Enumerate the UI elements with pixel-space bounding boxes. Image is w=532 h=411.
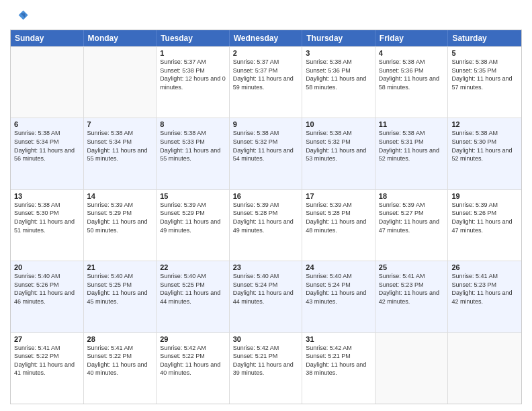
- day-cell-11: 11Sunrise: 5:38 AM Sunset: 5:31 PM Dayli…: [375, 118, 449, 189]
- day-number: 27: [14, 335, 80, 343]
- header-day-saturday: Saturday: [448, 30, 521, 46]
- cell-detail: Sunrise: 5:38 AM Sunset: 5:32 PM Dayligh…: [306, 129, 371, 163]
- cell-detail: Sunrise: 5:39 AM Sunset: 5:29 PM Dayligh…: [87, 201, 153, 234]
- day-cell-14: 14Sunrise: 5:39 AM Sunset: 5:29 PM Dayli…: [84, 190, 157, 261]
- day-number: 23: [233, 263, 299, 271]
- day-cell-27: 27Sunrise: 5:41 AM Sunset: 5:22 PM Dayli…: [11, 333, 84, 404]
- day-number: 14: [87, 192, 153, 200]
- day-number: 18: [379, 192, 445, 200]
- cell-detail: Sunrise: 5:42 AM Sunset: 5:21 PM Dayligh…: [306, 344, 371, 377]
- day-cell-29: 29Sunrise: 5:42 AM Sunset: 5:22 PM Dayli…: [157, 333, 230, 404]
- empty-cell: [84, 47, 157, 118]
- cell-detail: Sunrise: 5:40 AM Sunset: 5:24 PM Dayligh…: [233, 272, 299, 306]
- day-cell-21: 21Sunrise: 5:40 AM Sunset: 5:25 PM Dayli…: [84, 261, 157, 332]
- cell-detail: Sunrise: 5:37 AM Sunset: 5:37 PM Dayligh…: [233, 58, 299, 91]
- calendar-header: SundayMondayTuesdayWednesdayThursdayFrid…: [11, 30, 521, 46]
- cell-detail: Sunrise: 5:38 AM Sunset: 5:34 PM Dayligh…: [14, 129, 80, 163]
- calendar-row-3: 13Sunrise: 5:38 AM Sunset: 5:30 PM Dayli…: [11, 189, 521, 261]
- day-cell-3: 3Sunrise: 5:38 AM Sunset: 5:36 PM Daylig…: [302, 47, 375, 118]
- day-cell-4: 4Sunrise: 5:38 AM Sunset: 5:36 PM Daylig…: [375, 47, 449, 118]
- header-day-sunday: Sunday: [11, 30, 84, 46]
- calendar: SundayMondayTuesdayWednesdayThursdayFrid…: [10, 30, 522, 404]
- cell-detail: Sunrise: 5:38 AM Sunset: 5:33 PM Dayligh…: [160, 129, 226, 163]
- logo-icon: [10, 7, 29, 26]
- day-number: 30: [233, 335, 299, 343]
- day-cell-8: 8Sunrise: 5:38 AM Sunset: 5:33 PM Daylig…: [157, 118, 230, 189]
- empty-cell: [11, 47, 84, 118]
- day-number: 19: [451, 192, 518, 200]
- day-cell-16: 16Sunrise: 5:39 AM Sunset: 5:28 PM Dayli…: [230, 190, 303, 261]
- day-number: 17: [306, 192, 371, 200]
- day-number: 24: [306, 263, 371, 271]
- cell-detail: Sunrise: 5:38 AM Sunset: 5:34 PM Dayligh…: [87, 129, 153, 163]
- day-number: 11: [379, 120, 445, 128]
- day-number: 1: [160, 49, 226, 57]
- empty-cell: [375, 333, 449, 404]
- day-number: 21: [87, 263, 153, 271]
- calendar-row-2: 6Sunrise: 5:38 AM Sunset: 5:34 PM Daylig…: [11, 118, 521, 189]
- day-cell-7: 7Sunrise: 5:38 AM Sunset: 5:34 PM Daylig…: [84, 118, 157, 189]
- day-cell-22: 22Sunrise: 5:40 AM Sunset: 5:25 PM Dayli…: [157, 261, 230, 332]
- day-cell-12: 12Sunrise: 5:38 AM Sunset: 5:30 PM Dayli…: [448, 118, 521, 189]
- cell-detail: Sunrise: 5:40 AM Sunset: 5:26 PM Dayligh…: [14, 272, 80, 306]
- cell-detail: Sunrise: 5:38 AM Sunset: 5:35 PM Dayligh…: [451, 58, 518, 91]
- empty-cell: [448, 333, 521, 404]
- day-number: 26: [451, 263, 518, 271]
- header: [10, 7, 522, 26]
- day-number: 13: [14, 192, 80, 200]
- day-number: 12: [451, 120, 518, 128]
- calendar-row-5: 27Sunrise: 5:41 AM Sunset: 5:22 PM Dayli…: [11, 332, 521, 404]
- day-cell-24: 24Sunrise: 5:40 AM Sunset: 5:24 PM Dayli…: [302, 261, 375, 332]
- calendar-body: 1Sunrise: 5:37 AM Sunset: 5:38 PM Daylig…: [11, 46, 521, 404]
- cell-detail: Sunrise: 5:38 AM Sunset: 5:31 PM Dayligh…: [379, 129, 445, 163]
- calendar-row-4: 20Sunrise: 5:40 AM Sunset: 5:26 PM Dayli…: [11, 261, 521, 332]
- cell-detail: Sunrise: 5:39 AM Sunset: 5:26 PM Dayligh…: [451, 201, 518, 234]
- cell-detail: Sunrise: 5:37 AM Sunset: 5:38 PM Dayligh…: [160, 58, 226, 91]
- cell-detail: Sunrise: 5:39 AM Sunset: 5:28 PM Dayligh…: [306, 201, 371, 234]
- day-cell-6: 6Sunrise: 5:38 AM Sunset: 5:34 PM Daylig…: [11, 118, 84, 189]
- page: SundayMondayTuesdayWednesdayThursdayFrid…: [0, 0, 532, 411]
- day-number: 9: [233, 120, 299, 128]
- cell-detail: Sunrise: 5:38 AM Sunset: 5:32 PM Dayligh…: [233, 129, 299, 163]
- day-number: 4: [379, 49, 445, 57]
- cell-detail: Sunrise: 5:41 AM Sunset: 5:22 PM Dayligh…: [87, 344, 153, 377]
- day-cell-18: 18Sunrise: 5:39 AM Sunset: 5:27 PM Dayli…: [375, 190, 449, 261]
- day-cell-25: 25Sunrise: 5:41 AM Sunset: 5:23 PM Dayli…: [375, 261, 449, 332]
- header-day-friday: Friday: [375, 30, 449, 46]
- day-cell-31: 31Sunrise: 5:42 AM Sunset: 5:21 PM Dayli…: [302, 333, 375, 404]
- day-number: 15: [160, 192, 226, 200]
- day-cell-19: 19Sunrise: 5:39 AM Sunset: 5:26 PM Dayli…: [448, 190, 521, 261]
- day-number: 31: [306, 335, 371, 343]
- cell-detail: Sunrise: 5:42 AM Sunset: 5:21 PM Dayligh…: [233, 344, 299, 377]
- day-number: 6: [14, 120, 80, 128]
- header-day-wednesday: Wednesday: [230, 30, 303, 46]
- day-number: 8: [160, 120, 226, 128]
- logo: [10, 7, 32, 26]
- cell-detail: Sunrise: 5:38 AM Sunset: 5:36 PM Dayligh…: [306, 58, 371, 91]
- day-number: 7: [87, 120, 153, 128]
- cell-detail: Sunrise: 5:38 AM Sunset: 5:30 PM Dayligh…: [14, 201, 80, 234]
- header-day-tuesday: Tuesday: [157, 30, 230, 46]
- day-cell-28: 28Sunrise: 5:41 AM Sunset: 5:22 PM Dayli…: [84, 333, 157, 404]
- cell-detail: Sunrise: 5:41 AM Sunset: 5:23 PM Dayligh…: [451, 272, 518, 306]
- cell-detail: Sunrise: 5:39 AM Sunset: 5:29 PM Dayligh…: [160, 201, 226, 234]
- day-number: 3: [306, 49, 371, 57]
- header-day-thursday: Thursday: [302, 30, 375, 46]
- day-cell-30: 30Sunrise: 5:42 AM Sunset: 5:21 PM Dayli…: [230, 333, 303, 404]
- day-cell-13: 13Sunrise: 5:38 AM Sunset: 5:30 PM Dayli…: [11, 190, 84, 261]
- day-number: 2: [233, 49, 299, 57]
- day-cell-1: 1Sunrise: 5:37 AM Sunset: 5:38 PM Daylig…: [157, 47, 230, 118]
- cell-detail: Sunrise: 5:42 AM Sunset: 5:22 PM Dayligh…: [160, 344, 226, 377]
- day-number: 16: [233, 192, 299, 200]
- day-number: 28: [87, 335, 153, 343]
- day-cell-17: 17Sunrise: 5:39 AM Sunset: 5:28 PM Dayli…: [302, 190, 375, 261]
- day-cell-23: 23Sunrise: 5:40 AM Sunset: 5:24 PM Dayli…: [230, 261, 303, 332]
- cell-detail: Sunrise: 5:40 AM Sunset: 5:25 PM Dayligh…: [87, 272, 153, 306]
- cell-detail: Sunrise: 5:38 AM Sunset: 5:36 PM Dayligh…: [379, 58, 445, 91]
- day-number: 22: [160, 263, 226, 271]
- cell-detail: Sunrise: 5:39 AM Sunset: 5:27 PM Dayligh…: [379, 201, 445, 234]
- day-number: 10: [306, 120, 371, 128]
- day-number: 20: [14, 263, 80, 271]
- day-cell-10: 10Sunrise: 5:38 AM Sunset: 5:32 PM Dayli…: [302, 118, 375, 189]
- day-number: 29: [160, 335, 226, 343]
